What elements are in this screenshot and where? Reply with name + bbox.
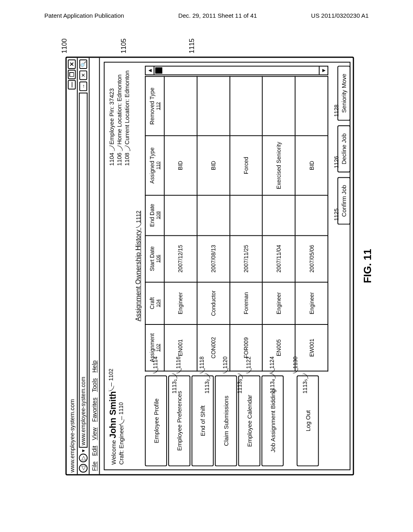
figure-caption: FIG. 11 — [361, 249, 373, 283]
cell-removed — [263, 77, 295, 136]
menu-tools[interactable]: Tools — [91, 378, 98, 392]
curr-value: Edmonton — [123, 71, 130, 98]
menu-favorites[interactable]: Favorites — [91, 397, 98, 422]
cell-assigned: BID — [197, 136, 229, 195]
pin-value: 37423 — [108, 88, 115, 105]
ref-1106: 1106 — [116, 153, 123, 166]
cell-start: 2007/11/25 — [230, 235, 263, 282]
cell-removed — [164, 77, 197, 136]
ref-1112: 1112 — [135, 211, 141, 228]
section-title: Assignment Ownership History — [134, 230, 142, 322]
cell-craft: Engineer — [295, 282, 328, 324]
ref-1110: 1110 — [118, 402, 125, 425]
employee-name: John Smith — [108, 391, 118, 438]
ref-1128: 1128 — [334, 104, 340, 117]
sidebar-end-of-shift[interactable]: End of Shift — [192, 375, 214, 466]
cell-assigned: BID — [164, 136, 197, 195]
home-label: Home Location: — [116, 103, 123, 145]
ref-1105: 1105 — [120, 39, 128, 54]
pub-label: Patent Application Publication — [44, 12, 124, 19]
cell-start: 2007/12/15 — [164, 235, 197, 282]
ref-row-2: 1113₃ — [236, 374, 243, 393]
cell-craft: Foreman — [230, 282, 263, 324]
col-assignment: Assignment102 — [145, 324, 164, 371]
cell-removed — [295, 77, 328, 136]
home-value: Edmonton — [116, 75, 123, 102]
url-dropdown-icon[interactable]: ▾ — [80, 449, 87, 452]
menu-bar: File Edit View Favorites Tools Help — [90, 58, 100, 474]
table-row[interactable]: EW0011113₅Engineer2007/05/06BID — [295, 77, 328, 371]
title-bar: www.employee-system.com — ❐ ✕ — [67, 58, 77, 474]
ref-1100: 1100 — [61, 39, 69, 54]
table-row[interactable]: CON0021113₂Conductor2007/08/13BID — [197, 77, 229, 371]
scroll-thumb[interactable] — [155, 67, 163, 74]
ref-1102: 1102 — [108, 369, 114, 391]
history-table: Assignment102Craft104Start Date106End Da… — [145, 76, 328, 372]
sidebar-employee-profile[interactable]: Employee Profile — [145, 375, 167, 466]
cell-start: 2007/08/13 — [197, 235, 229, 282]
ref-row-4: 1113₅ — [302, 374, 309, 393]
col-assigned-type: Assigned Type110 — [145, 136, 164, 195]
sheet-label: Dec. 29, 2011 Sheet 11 of 41 — [178, 12, 257, 19]
cell-removed — [197, 77, 229, 136]
table-row[interactable]: FOR0091113₃Foreman2007/11/25Forced — [230, 77, 263, 371]
search-icon[interactable]: 🔍 — [79, 59, 88, 69]
cell-end — [197, 195, 229, 235]
url-field[interactable]: www.employee-system.com — [79, 93, 88, 448]
minimize-icon[interactable]: — — [68, 80, 76, 89]
ref-row-0: 1113₁ — [171, 374, 177, 393]
col-craft: Craft104 — [145, 282, 164, 324]
cell-end — [230, 195, 263, 235]
cell-end — [164, 195, 197, 235]
scrollbar[interactable]: ▲ ▼ — [145, 66, 328, 75]
welcome-block: Welcome John Smith 1102 Craft: Engineer — [108, 391, 131, 464]
sidebar-claim-submissions[interactable]: Claim Submissions — [215, 375, 237, 466]
curr-label: Current Location: — [123, 99, 130, 145]
close-icon[interactable]: ✕ — [68, 59, 76, 69]
cell-start: 2007/11/04 — [263, 235, 295, 282]
cell-assignment: EN0051113₄ — [263, 324, 295, 371]
col-start-date: Start Date106 — [145, 235, 164, 282]
employee-info: 1104 Employee Pin: 37423 1106 Home Locat… — [108, 67, 131, 166]
cell-assignment: CON0021113₂ — [197, 324, 229, 371]
cell-assignment: FOR0091113₃ — [230, 324, 263, 371]
window-title: www.employee-system.com — [69, 89, 75, 473]
ref-1126: 1126 — [334, 156, 340, 168]
craft-value: Engineer — [118, 425, 125, 449]
scroll-down-icon[interactable]: ▼ — [319, 66, 327, 75]
menu-help[interactable]: Help — [91, 360, 98, 372]
cell-end — [263, 195, 295, 235]
ref-1115: 1115 — [188, 39, 196, 54]
action-row: 1125 Confirm Job 1126 Decline Job 1128 S… — [340, 66, 347, 466]
menu-edit[interactable]: Edit — [91, 446, 98, 456]
addr-close-icon[interactable]: ✕ — [79, 71, 88, 80]
scroll-up-icon[interactable]: ▲ — [146, 66, 154, 75]
col-removed-type: Removed Type112 — [145, 77, 164, 136]
table-row[interactable]: EN0011113₁Engineer2007/12/15BID — [164, 77, 197, 371]
cell-assignment: EN0011113₁ — [164, 324, 197, 371]
ref-row-1: 1113₂ — [204, 374, 210, 393]
cell-craft: Engineer — [263, 282, 295, 324]
ref-row-3: 1113₄ — [269, 374, 275, 393]
col-end-date: End Date108 — [145, 195, 164, 235]
address-bar: ◁ ▷ ▾ www.employee-system.com → ✕ 🔍 — [78, 58, 90, 474]
pubnum-label: US 2011/0320230 A1 — [311, 12, 369, 19]
craft-label: Craft: — [118, 450, 125, 465]
cell-craft: Engineer — [164, 282, 197, 324]
ref-1108: 1108 — [123, 153, 130, 166]
pin-label: Employee Pin: — [108, 106, 115, 145]
table-row[interactable]: EN0051113₄Engineer2007/11/04Exercised Se… — [263, 77, 295, 371]
browser-window: www.employee-system.com — ❐ ✕ ◁ ▷ ▾ www.… — [65, 57, 354, 476]
forward-icon[interactable]: ▷ — [79, 454, 88, 463]
cell-craft: Conductor — [197, 282, 229, 324]
go-icon[interactable]: → — [79, 81, 88, 91]
ref-1125: 1125 — [334, 208, 340, 221]
cell-assigned: Forced — [230, 136, 263, 195]
maximize-icon[interactable]: ❐ — [68, 70, 76, 79]
cell-assigned: Exercised Seniority — [263, 136, 295, 195]
back-icon[interactable]: ◁ — [79, 464, 88, 473]
menu-view[interactable]: View — [91, 428, 98, 441]
menu-file[interactable]: File — [91, 461, 98, 471]
ref-1104: 1104 — [108, 153, 115, 166]
cell-assignment: EW0011113₅ — [295, 324, 328, 371]
